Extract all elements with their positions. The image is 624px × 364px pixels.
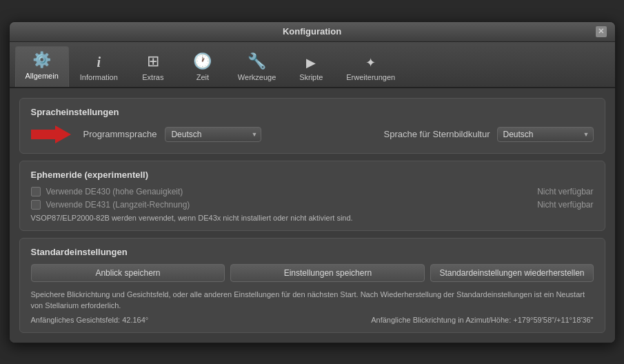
tab-skripte[interactable]: ▶ Skripte [287,51,335,87]
tab-erweiterungen[interactable]: ✦ Erweiterungen [336,51,405,87]
svg-marker-0 [31,125,71,143]
de430-status: Nicht verfügbar [537,187,593,196]
standardeinstellungen-title: Standardeinstellungen [31,247,594,257]
einstellungen-speichern-button[interactable]: Einstellungen speichern [230,264,425,282]
tools-icon: 🔧 [248,52,266,70]
main-window: Konfiguration ✕ ⚙️ Allgemein i Informati… [9,21,616,343]
anblick-speichern-button[interactable]: Anblick speichern [31,264,225,282]
footer-blickrichtung: Anfängliche Blickrichtung in Azimut/Höhe… [371,316,593,324]
de430-label: Verwende DE430 (hohe Genauigkeit) [46,187,183,196]
tab-werkzeuge[interactable]: 🔧 Werkzeuge [228,48,285,87]
tab-extras[interactable]: ⊞ Extras [129,48,177,87]
std-info-text: Speichere Blickrichtung und Gesichtsfeld… [31,289,594,312]
language-row: Programmsprache Deutsch Sprache für Ster… [31,124,594,145]
programmsprache-wrapper: Deutsch [165,127,261,142]
de431-status: Nicht verfügbar [537,200,593,210]
sternbildkultur-group: Sprache für Sternbildkultur Deutsch [384,127,594,142]
tab-extras-label: Extras [142,73,163,81]
info-icon: i [97,54,101,70]
spracheinstellungen-section: Spracheinstellungen Programmsprache Deut… [19,98,605,154]
ephemeride-section: Ephemeride (experimentell) Verwende DE43… [19,161,605,231]
de431-row: Verwende DE431 (Langzeit-Rechnung) Nicht… [31,200,594,210]
standardeinstellungen-wiederherstellen-button[interactable]: Standardeinstellungen wiederherstellen [430,264,593,282]
arrow-right-icon [31,124,72,145]
window-title: Konfiguration [29,26,596,37]
close-button[interactable]: ✕ [596,26,607,37]
programmsprache-label: Programmsprache [83,129,157,139]
ephemeride-note: VSOP87/ELP2000-82B werden verwendet, wen… [31,214,594,222]
de431-checkbox[interactable] [31,200,41,210]
de431-label: Verwende DE431 (Langzeit-Rechnung) [46,200,190,210]
extras-icon: ⊞ [147,52,159,70]
standardeinstellungen-section: Standardeinstellungen Anblick speichern … [19,238,605,333]
programmsprache-select[interactable]: Deutsch [165,127,261,142]
de430-checkbox[interactable] [31,187,41,196]
sternbildkultur-label: Sprache für Sternbildkultur [384,129,490,139]
tab-skripte-label: Skripte [299,73,323,81]
tab-zeit[interactable]: 🕐 Zeit [179,48,227,87]
gear-icon: ⚙️ [32,51,51,69]
tab-bar: ⚙️ Allgemein i Information ⊞ Extras 🕐 Ze… [10,42,615,88]
de430-row: Verwende DE430 (hohe Genauigkeit) Nicht … [31,187,594,196]
tab-allgemein-label: Allgemein [26,72,59,80]
tab-information-label: Information [80,73,118,81]
tab-allgemein[interactable]: ⚙️ Allgemein [15,46,69,87]
tab-information[interactable]: i Information [70,50,128,87]
clock-icon: 🕐 [193,52,212,70]
tab-werkzeuge-label: Werkzeuge [238,73,276,81]
spracheinstellungen-title: Spracheinstellungen [31,107,594,117]
plugin-icon: ✦ [365,55,376,70]
sternbildkultur-select[interactable]: Deutsch [497,127,594,142]
tab-erweiterungen-label: Erweiterungen [346,73,395,81]
sternbildkultur-wrapper: Deutsch [497,127,594,142]
tab-zeit-label: Zeit [197,73,209,81]
footer-gesichtsfeld: Anfängliches Gesichtsfeld: 42.164° [31,316,149,324]
title-bar: Konfiguration ✕ [10,22,615,42]
content-area: Spracheinstellungen Programmsprache Deut… [10,88,615,343]
std-footer: Anfängliches Gesichtsfeld: 42.164° Anfän… [31,316,594,324]
std-buttons-row: Anblick speichern Einstellungen speicher… [31,264,594,282]
ephemeride-title: Ephemeride (experimentell) [31,170,594,180]
play-icon: ▶ [306,55,316,70]
